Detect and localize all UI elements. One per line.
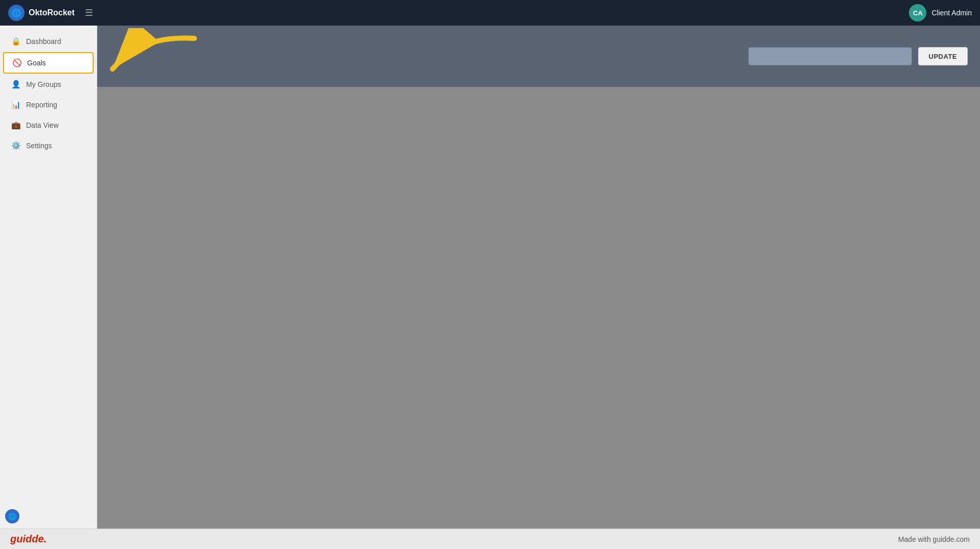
sidebar-item-label: My Groups <box>26 80 61 88</box>
nav-right: CA Client Admin <box>909 4 972 21</box>
user-name: Client Admin <box>931 9 972 17</box>
footer: guidde. Made with guidde.com <box>0 529 980 549</box>
app-logo-icon: 🌐 <box>8 5 25 21</box>
main-header: ▾ UPDATE <box>97 26 980 87</box>
avatar: CA <box>909 4 926 21</box>
group-dropdown-wrapper: ▾ <box>748 47 912 65</box>
sidebar-item-goals[interactable]: 🚫 Goals <box>3 52 94 74</box>
app-name: OktoRocket <box>29 8 75 17</box>
sidebar-item-dashboard[interactable]: 🔒 Dashboard <box>3 32 94 51</box>
nav-left: 🌐 OktoRocket ☰ <box>8 5 93 21</box>
main-content: ▾ UPDATE <box>97 26 980 529</box>
hamburger-menu[interactable]: ☰ <box>85 7 93 18</box>
goals-icon: 🚫 <box>12 58 22 67</box>
guidde-logo: guidde. <box>10 533 47 545</box>
update-button[interactable]: UPDATE <box>918 47 968 65</box>
data-view-icon: 💼 <box>11 121 21 130</box>
sidebar-item-data-view[interactable]: 💼 Data View <box>3 116 94 135</box>
sidebar-item-label: Data View <box>26 121 59 129</box>
sidebar-brand-icon: 🌐 <box>5 509 19 523</box>
sidebar-item-my-groups[interactable]: 👤 My Groups <box>3 75 94 94</box>
top-navigation: 🌐 OktoRocket ☰ CA Client Admin <box>0 0 980 26</box>
dashboard-icon: 🔒 <box>11 37 21 46</box>
my-groups-icon: 👤 <box>11 80 21 89</box>
sidebar: 🔒 Dashboard 🚫 Goals 👤 My Groups 📊 Report… <box>0 26 97 529</box>
footer-tagline: Made with guidde.com <box>898 535 970 543</box>
reporting-icon: 📊 <box>11 100 21 109</box>
sidebar-item-label: Reporting <box>26 101 57 109</box>
settings-icon: ⚙️ <box>11 141 21 150</box>
sidebar-item-label: Dashboard <box>26 37 61 45</box>
sidebar-item-label: Goals <box>27 59 46 67</box>
group-dropdown[interactable] <box>748 47 912 65</box>
logo-wrapper: 🌐 OktoRocket <box>8 5 75 21</box>
sidebar-item-reporting[interactable]: 📊 Reporting <box>3 95 94 115</box>
sidebar-bottom-logo: 🌐 <box>5 509 19 523</box>
sidebar-item-settings[interactable]: ⚙️ Settings <box>3 136 94 155</box>
sidebar-item-label: Settings <box>26 142 52 150</box>
